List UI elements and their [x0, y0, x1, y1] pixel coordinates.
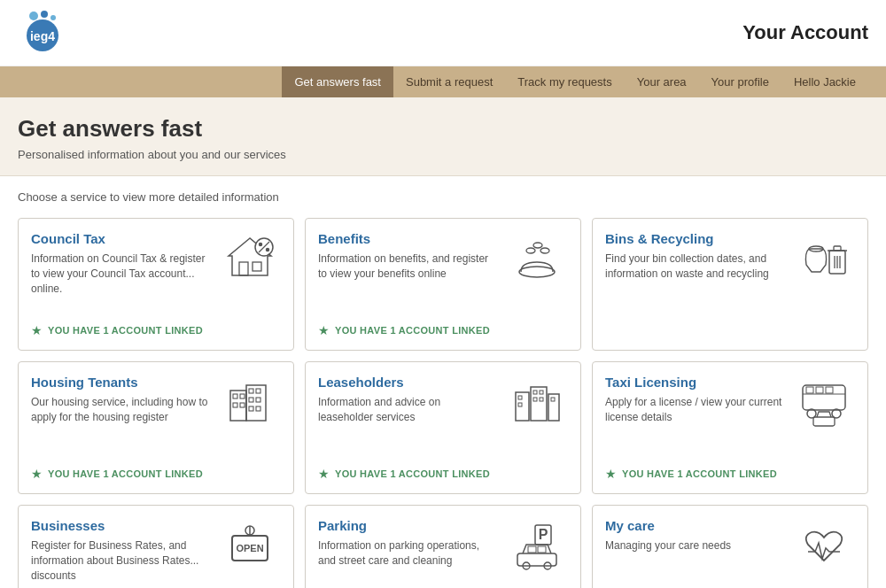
- card-leaseholders-text: Leaseholders Information and advice on l…: [318, 375, 506, 425]
- nav-your-profile[interactable]: Your profile: [699, 66, 781, 97]
- card-bins-title: Bins & Recycling: [605, 231, 784, 246]
- card-housing-tenants[interactable]: Housing Tenants Our housing service, inc…: [18, 361, 294, 494]
- leaseholders-icon: [506, 375, 568, 428]
- card-benefits-footer: ★ YOU HAVE 1 ACCOUNT LINKED: [318, 323, 568, 337]
- nav-your-area[interactable]: Your area: [625, 66, 699, 97]
- svg-rect-43: [540, 398, 543, 401]
- card-mycare-text: My care Managing your care needs: [605, 518, 793, 553]
- card-taxi-footer: ★ YOU HAVE 1 ACCOUNT LINKED: [605, 467, 855, 481]
- svg-rect-6: [239, 262, 248, 275]
- council-tax-icon: [219, 231, 281, 284]
- svg-rect-45: [803, 385, 845, 410]
- nav-submit-request[interactable]: Submit a request: [393, 66, 505, 97]
- logo: ieg4: [18, 11, 71, 55]
- card-businesses-desc: Register for Business Rates, and informa…: [31, 538, 210, 583]
- logo-icon: ieg4: [18, 11, 71, 55]
- card-council-tax-title: Council Tax: [31, 231, 210, 246]
- svg-point-11: [266, 249, 268, 251]
- star-icon: ★: [318, 467, 330, 481]
- svg-rect-33: [249, 406, 253, 411]
- card-housing-title: Housing Tenants: [31, 375, 210, 390]
- card-leaseholders-content: Leaseholders Information and advice on l…: [318, 375, 568, 458]
- bins-icon: [793, 231, 855, 284]
- svg-point-10: [259, 244, 261, 246]
- card-housing-text: Housing Tenants Our housing service, inc…: [31, 375, 219, 425]
- svg-rect-34: [256, 406, 260, 411]
- card-taxi-licensing[interactable]: Taxi Licensing Apply for a license / vie…: [592, 361, 868, 494]
- svg-rect-32: [256, 398, 260, 402]
- card-parking-content: Parking Information on parking operation…: [318, 518, 568, 588]
- card-leaseholders-footer: ★ YOU HAVE 1 ACCOUNT LINKED: [318, 467, 568, 481]
- hero-subtitle: Personalised information about you and o…: [18, 148, 868, 161]
- service-grid: Council Tax Information on Council Tax &…: [18, 218, 868, 588]
- svg-rect-40: [533, 391, 537, 394]
- card-parking-title: Parking: [318, 518, 497, 533]
- svg-rect-49: [826, 387, 833, 393]
- card-parking-text: Parking Information on parking operation…: [318, 518, 506, 569]
- card-businesses[interactable]: Businesses Register for Business Rates, …: [18, 505, 294, 588]
- card-council-tax-footer: ★ YOU HAVE 1 ACCOUNT LINKED: [31, 323, 281, 337]
- card-leaseholders[interactable]: Leaseholders Information and advice on l…: [305, 361, 581, 494]
- svg-rect-62: [528, 546, 536, 553]
- card-bins-content: Bins & Recycling Find your bin collectio…: [605, 231, 855, 337]
- svg-rect-63: [538, 546, 546, 553]
- linked-text: YOU HAVE 1 ACCOUNT LINKED: [48, 325, 203, 336]
- your-account-label: Your Account: [742, 21, 868, 44]
- linked-text: YOU HAVE 1 ACCOUNT LINKED: [335, 325, 490, 336]
- svg-rect-42: [533, 398, 537, 401]
- nav-get-answers-fast[interactable]: Get answers fast: [282, 66, 393, 97]
- card-leaseholders-title: Leaseholders: [318, 375, 497, 390]
- card-benefits[interactable]: Benefits Information on benefits, and re…: [305, 218, 581, 351]
- card-housing-content: Housing Tenants Our housing service, inc…: [31, 375, 281, 458]
- svg-rect-25: [233, 394, 237, 398]
- card-bins-recycling[interactable]: Bins & Recycling Find your bin collectio…: [592, 218, 868, 351]
- svg-rect-31: [249, 398, 253, 402]
- card-parking-desc: Information on parking operations, and s…: [318, 538, 497, 569]
- card-businesses-text: Businesses Register for Business Rates, …: [31, 518, 219, 583]
- card-taxi-text: Taxi Licensing Apply for a license / vie…: [605, 375, 793, 425]
- svg-rect-38: [518, 396, 522, 399]
- card-parking[interactable]: Parking Information on parking operation…: [305, 505, 581, 588]
- hero-title: Get answers fast: [18, 115, 868, 143]
- svg-rect-30: [256, 389, 260, 393]
- card-bins-text: Bins & Recycling Find your bin collectio…: [605, 231, 793, 282]
- card-benefits-text: Benefits Information on benefits, and re…: [318, 231, 506, 282]
- svg-rect-48: [816, 387, 823, 393]
- card-housing-desc: Our housing service, including how to ap…: [31, 395, 210, 425]
- header: ieg4 Your Account: [0, 0, 886, 66]
- nav-hello-user[interactable]: Hello Jackie: [781, 66, 868, 97]
- choose-service-text: Choose a service to view more detailed i…: [18, 190, 868, 204]
- card-businesses-title: Businesses: [31, 518, 210, 533]
- svg-text:P: P: [538, 527, 548, 542]
- mycare-icon: [793, 518, 855, 571]
- svg-point-13: [526, 248, 535, 253]
- svg-point-0: [29, 12, 38, 20]
- card-benefits-content: Benefits Information on benefits, and re…: [318, 231, 568, 314]
- svg-point-2: [51, 15, 56, 20]
- star-icon: ★: [31, 323, 43, 337]
- card-housing-footer: ★ YOU HAVE 1 ACCOUNT LINKED: [31, 467, 281, 481]
- linked-text: YOU HAVE 1 ACCOUNT LINKED: [335, 468, 490, 479]
- nav-track-requests[interactable]: Track my requests: [505, 66, 624, 97]
- star-icon: ★: [605, 467, 617, 481]
- navigation: Get answers fast Submit a request Track …: [0, 66, 886, 97]
- card-benefits-title: Benefits: [318, 231, 497, 246]
- svg-rect-27: [233, 403, 237, 407]
- svg-rect-41: [540, 391, 543, 394]
- card-council-tax[interactable]: Council Tax Information on Council Tax &…: [18, 218, 294, 351]
- svg-point-14: [533, 243, 542, 248]
- benefits-icon: [506, 231, 568, 284]
- svg-text:OPEN: OPEN: [236, 543, 263, 553]
- card-taxi-content: Taxi Licensing Apply for a license / vie…: [605, 375, 855, 458]
- card-council-tax-desc: Information on Council Tax & register to…: [31, 251, 210, 296]
- card-taxi-desc: Apply for a license / view your current …: [605, 395, 784, 425]
- card-my-care[interactable]: My care Managing your care needs: [592, 505, 868, 588]
- svg-point-15: [540, 248, 549, 253]
- star-icon: ★: [31, 467, 43, 481]
- card-mycare-desc: Managing your care needs: [605, 538, 784, 553]
- svg-rect-52: [813, 417, 835, 426]
- card-businesses-content: Businesses Register for Business Rates, …: [31, 518, 281, 588]
- linked-text: YOU HAVE 1 ACCOUNT LINKED: [622, 468, 777, 479]
- svg-rect-44: [551, 398, 555, 401]
- svg-point-12: [519, 267, 555, 277]
